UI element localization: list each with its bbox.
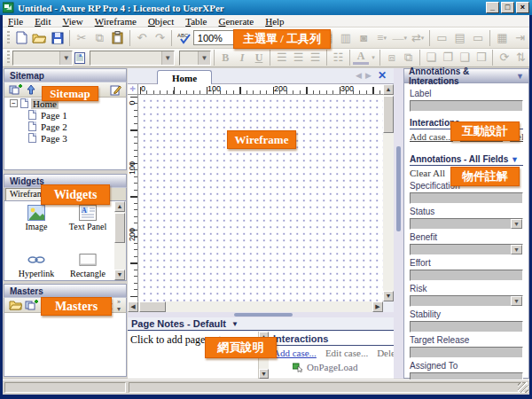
align-middle-button[interactable]: ▤ (451, 29, 469, 47)
distribute-button[interactable]: ⇅ (512, 49, 529, 66)
menu-object[interactable]: Object (148, 16, 174, 27)
bring-to-front-button[interactable]: ❏ (423, 49, 440, 66)
fields-dropdown-icon[interactable]: ▼ (511, 155, 519, 164)
scroll-thumb[interactable] (114, 213, 125, 243)
tree-item-page1[interactable]: Page 1 (4, 109, 126, 121)
chevron-down-icon[interactable]: ▼ (511, 219, 522, 229)
tab-scroll-left-icon[interactable]: ◀ (356, 71, 362, 80)
add-case-link[interactable]: Add case... (273, 348, 317, 358)
resize-grip[interactable] (518, 382, 528, 393)
scroll-up-icon[interactable]: ▲ (114, 201, 125, 212)
font-color-dropdown[interactable]: ▾ (369, 49, 377, 66)
tab-home-page[interactable]: Home (157, 70, 212, 84)
edit-case-link[interactable]: Edit case... (325, 348, 368, 358)
cut-button[interactable]: ✂ (73, 29, 90, 47)
spellcheck-button[interactable]: ABC (175, 29, 192, 47)
minimize-button[interactable]: _ (486, 2, 499, 13)
line-weight-dropdown[interactable]: ≡▾ (372, 29, 390, 47)
onpageload-event[interactable]: OnPageLoad (271, 358, 394, 372)
maximize-button[interactable]: □ (501, 2, 514, 13)
splitter-grip[interactable] (234, 313, 293, 317)
widgets-scrollbar[interactable]: ▲ ▼ (114, 201, 126, 280)
panel-splitter[interactable] (394, 68, 403, 379)
all-fields-section-title[interactable]: Annotations - All Fields ▼ (410, 154, 523, 166)
underline-button[interactable]: U (251, 49, 268, 66)
canvas-horizontal-scrollbar[interactable]: ◀ ▶ (128, 301, 383, 312)
specification-field[interactable] (410, 192, 523, 204)
stability-field[interactable] (410, 321, 523, 332)
menu-help[interactable]: Help (265, 16, 284, 27)
toolbar-grip2[interactable] (7, 51, 10, 65)
scroll-down-icon[interactable]: ▼ (259, 369, 269, 379)
copy-button[interactable]: ⧉ (90, 29, 108, 47)
page-notes-header[interactable]: Page Notes - Default ▼ (128, 317, 394, 331)
status-select[interactable]: ▼ (410, 218, 523, 230)
fill-color-button[interactable]: ◙ (355, 29, 372, 47)
open-master-folder-icon[interactable] (7, 299, 23, 312)
scroll-right-icon[interactable]: ▶ (372, 301, 383, 312)
wireframe-canvas[interactable] (138, 95, 383, 301)
edit-page-icon[interactable] (107, 83, 123, 97)
redo-button[interactable]: ↷ (151, 29, 168, 47)
widget-text-panel[interactable]: A Text Panel (63, 205, 113, 231)
group-button[interactable]: ⧈ (383, 49, 400, 66)
add-page-icon[interactable] (7, 83, 23, 97)
widget-image[interactable]: Image (12, 205, 61, 231)
menu-file[interactable]: File (8, 16, 23, 27)
menu-edit[interactable]: Edit (35, 16, 51, 27)
send-to-back-button[interactable]: ❐ (440, 49, 457, 66)
scroll-thumb[interactable] (139, 301, 166, 312)
close-button[interactable]: × (516, 2, 529, 13)
benefit-select[interactable]: ▼ (410, 244, 523, 255)
align-left-button[interactable]: ☰ (273, 49, 290, 66)
save-button[interactable] (49, 29, 66, 47)
rotate-button[interactable]: ⟳ (496, 49, 512, 66)
guides-button[interactable]: ▥ (337, 29, 355, 47)
open-file-button[interactable] (30, 29, 48, 47)
bring-forward-button[interactable]: ❑ (457, 49, 473, 66)
widget-hyperlink[interactable]: Hyperlink (12, 252, 61, 278)
delete-case-link[interactable]: Delete case... (377, 348, 394, 358)
style-editor-button[interactable]: a (73, 49, 86, 66)
collapse-icon[interactable]: − (10, 99, 18, 107)
notes-dropdown-icon[interactable]: ▼ (231, 320, 239, 328)
scroll-down-icon[interactable]: ▼ (383, 291, 394, 301)
italic-button[interactable]: I (234, 49, 251, 66)
zoom-level-value[interactable]: 100% (193, 30, 239, 45)
tab-close-icon[interactable]: ✕ (378, 69, 387, 82)
font-combo[interactable]: ▼ (90, 51, 174, 66)
new-file-button[interactable] (12, 29, 30, 47)
add-case-link[interactable]: Add case... (410, 131, 453, 142)
scroll-left-icon[interactable]: ◀ (128, 301, 138, 312)
menu-generate[interactable]: Generate (219, 16, 254, 27)
effort-field[interactable] (410, 270, 523, 281)
font-size-combo[interactable]: ▼ (179, 51, 211, 66)
align-bottom-button[interactable]: ▭ (469, 29, 487, 47)
line-style-dropdown[interactable]: ―▾ (391, 29, 409, 47)
move-page-up-icon[interactable] (23, 83, 39, 97)
chevron-down-icon[interactable]: ▼ (511, 245, 522, 254)
menu-view[interactable]: View (62, 16, 82, 27)
scroll-up-icon[interactable]: ▲ (383, 84, 394, 95)
table-delete-button[interactable]: ⇥ (512, 29, 529, 47)
chevron-down-icon[interactable]: ▼ (511, 296, 522, 306)
toolbar-grip[interactable] (7, 31, 10, 45)
panel-dropdown-icon[interactable]: ▼ (516, 72, 524, 81)
arrow-style-dropdown[interactable]: ⇄▾ (409, 29, 426, 47)
canvas-vertical-scrollbar[interactable]: ▲ ▼ (383, 84, 394, 301)
tab-scroll-right-icon[interactable]: ▶ (365, 71, 372, 80)
target-release-field[interactable] (410, 347, 523, 358)
undo-button[interactable]: ↶ (133, 29, 151, 47)
ungroup-button[interactable]: ⧉ (400, 49, 417, 66)
tree-item-page3[interactable]: Page 3 (4, 132, 126, 144)
risk-select[interactable]: ▼ (410, 295, 523, 307)
align-right-button[interactable]: ☰ (307, 49, 324, 66)
splitter-grip[interactable] (396, 146, 401, 231)
style-combo[interactable]: ▼ (12, 51, 73, 66)
align-center-button[interactable]: ☰ (290, 49, 307, 66)
menu-table[interactable]: Table (185, 16, 207, 27)
bold-button[interactable]: B (217, 49, 234, 66)
font-color-button[interactable]: A (353, 51, 370, 65)
align-top-button[interactable]: ▭ (433, 29, 450, 47)
scroll-thumb[interactable] (383, 96, 394, 133)
